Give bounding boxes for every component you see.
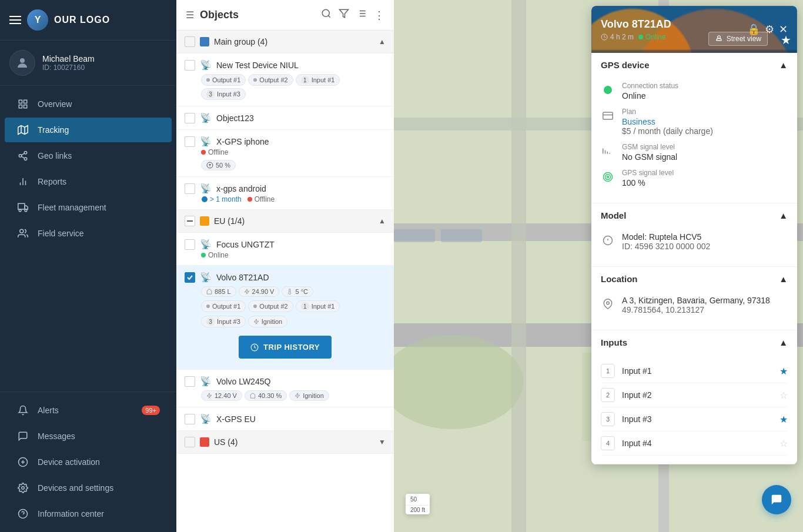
sidebar-item-geo-links[interactable]: Geo links: [5, 143, 172, 168]
device-focus-checkbox[interactable]: [185, 239, 195, 250]
device-xgps-eu-checkbox[interactable]: [185, 414, 195, 424]
device-volvo-8t21ad[interactable]: 📡 Volvo 8T21AD 885 L 24.90 V 5 °C Outp: [176, 266, 394, 370]
group-us-checkbox[interactable]: [185, 437, 195, 447]
svg-rect-54: [603, 112, 613, 119]
logo-icon: Y: [27, 9, 48, 31]
input-num-4: 4: [601, 436, 615, 450]
sidebar-label-devices-settings: Devices and settings: [38, 483, 113, 493]
device-volvo-8t21ad-name: Volvo 8T21AD: [216, 273, 386, 282]
detail-panel: Volvo 8T21AD 4 h 2 m Online 🔒 ⚙ ✕: [591, 6, 797, 464]
sidebar-label-reports: Reports: [38, 177, 66, 186]
device-xgps-iphone-tags: 50 %: [201, 160, 386, 170]
gps-signal-info: GPS signal level 100 %: [622, 169, 674, 188]
sort-icon[interactable]: [356, 8, 367, 22]
device-volvo-lw245q[interactable]: 📡 Volvo LW245Q 12.40 V 40.30 % Ignition: [176, 370, 394, 407]
section-location-header[interactable]: Location ▲: [591, 267, 797, 291]
gps-signal-icon: [601, 170, 615, 184]
tag-ignition: Ignition: [248, 316, 287, 327]
sidebar-bottom: Alerts 99+ Messages Device activation De…: [0, 392, 176, 532]
sidebar-item-devices-settings[interactable]: Devices and settings: [5, 476, 172, 500]
input-name-3: Input #3: [622, 414, 772, 424]
section-inputs-header[interactable]: Inputs ▲: [591, 330, 797, 354]
group-eu-checkbox[interactable]: [185, 216, 195, 226]
device-object123[interactable]: 📡 Object123: [176, 106, 394, 130]
group-main-color: [200, 37, 209, 46]
svg-point-53: [717, 36, 720, 39]
sidebar-item-field[interactable]: Field service: [5, 221, 172, 246]
device-object123-checkbox[interactable]: [185, 113, 195, 123]
detail-time: 4 h 2 m: [601, 33, 634, 41]
device-xgps-eu[interactable]: 📡 X-GPS EU: [176, 407, 394, 431]
info-circle-icon: [601, 233, 615, 247]
star-icon[interactable]: ★: [781, 33, 791, 47]
input-star-4[interactable]: ☆: [779, 438, 788, 449]
input-star-1[interactable]: ★: [779, 366, 788, 377]
input-star-3[interactable]: ★: [779, 414, 788, 425]
device-xgps-android[interactable]: 📡 x-gps android > 1 month Offline: [176, 177, 394, 210]
plan-link[interactable]: Business: [622, 117, 655, 126]
device-xgps-android-checkbox[interactable]: [185, 183, 195, 194]
group-main-chevron: ▲: [379, 38, 386, 46]
more-icon[interactable]: ⋮: [374, 9, 384, 22]
info-connection-status: Connection status Online: [601, 82, 788, 101]
group-eu[interactable]: EU (1/4) ▲: [176, 210, 394, 233]
device-xgps-iphone[interactable]: 📡 X-GPS iphone Offline 50 %: [176, 130, 394, 177]
sidebar-item-reports[interactable]: Reports: [5, 169, 172, 194]
objects-menu-icon[interactable]: ☰: [186, 9, 194, 21]
search-icon[interactable]: [321, 8, 332, 22]
tag-input3: 3Input #3: [201, 316, 246, 327]
svg-point-62: [607, 176, 609, 178]
device-volvo-tags-row1: 885 L 24.90 V 5 °C: [201, 286, 386, 297]
device-volvo-8t21ad-checkbox[interactable]: [185, 272, 195, 283]
filter-icon[interactable]: [339, 8, 349, 22]
svg-line-28: [328, 15, 330, 17]
device-new-test[interactable]: 📡 New Test Device NIUL Output #1 Output …: [176, 53, 394, 106]
sidebar-item-fleet[interactable]: Fleet management: [5, 195, 172, 220]
section-inputs-title: Inputs: [601, 337, 627, 347]
chat-button[interactable]: [762, 485, 791, 514]
connection-info: Connection status Online: [622, 82, 678, 101]
gps-icon: 📡: [200, 376, 212, 387]
device-volvo-lw245q-checkbox[interactable]: [185, 376, 195, 387]
sidebar-item-info-center[interactable]: Information center: [5, 501, 172, 526]
sidebar-item-device-activation[interactable]: Device activation: [5, 450, 172, 474]
online-dot: [638, 35, 643, 39]
user-section: Michael Beam ID: 10027160: [0, 41, 176, 86]
device-xgps-iphone-checkbox[interactable]: [185, 136, 195, 147]
section-inputs-content: 1 Input #1 ★ 2 Input #2 ☆ 3 Input #3 ★ 4…: [591, 354, 797, 464]
svg-point-38: [202, 196, 208, 202]
tag-battery: 50 %: [201, 160, 236, 170]
svg-rect-4: [24, 105, 27, 108]
gps-icon: 📡: [200, 239, 212, 250]
input-num-3: 3: [601, 412, 615, 426]
section-gps-header[interactable]: GPS device ▲: [591, 53, 797, 77]
input-row-3: 3 Input #3 ★: [601, 407, 788, 431]
device-new-test-checkbox[interactable]: [185, 60, 195, 71]
device-xgps-iphone-status: Offline: [201, 148, 386, 156]
help-circle-icon: [16, 508, 29, 519]
bell-icon: [16, 405, 29, 416]
gsm-info: GSM signal level No GSM signal: [622, 143, 677, 162]
trip-history-button[interactable]: TRIP HISTORY: [239, 336, 332, 359]
input-star-2[interactable]: ☆: [779, 390, 788, 401]
section-model-header[interactable]: Model ▲: [591, 203, 797, 227]
group-main[interactable]: Main group (4) ▲: [176, 31, 394, 53]
group-main-checkbox[interactable]: [185, 36, 195, 47]
sidebar-item-alerts[interactable]: Alerts 99+: [5, 398, 172, 423]
svg-rect-2: [24, 100, 27, 103]
address-info: A 3, Kitzingen, Bavaria, Germany, 97318 …: [622, 296, 770, 314]
tag-voltage: 24.90 V: [239, 286, 280, 297]
device-focus[interactable]: 📡 Focus UNGTZT Online: [176, 233, 394, 266]
group-us[interactable]: US (4) ▼: [176, 431, 394, 454]
gps-icon: 📡: [200, 413, 212, 424]
input-row-1: 1 Input #1 ★: [601, 359, 788, 383]
sidebar-item-messages[interactable]: Messages: [5, 424, 172, 449]
svg-point-10: [24, 158, 27, 160]
hamburger-button[interactable]: [9, 16, 21, 24]
street-view-button[interactable]: Street view: [708, 32, 768, 46]
sidebar-item-tracking[interactable]: Tracking: [5, 118, 172, 142]
input-num-2: 2: [601, 388, 615, 402]
group-main-name: Main group (4): [214, 37, 374, 46]
sidebar-item-overview[interactable]: Overview: [5, 92, 172, 116]
location-pin-icon: [601, 297, 615, 311]
